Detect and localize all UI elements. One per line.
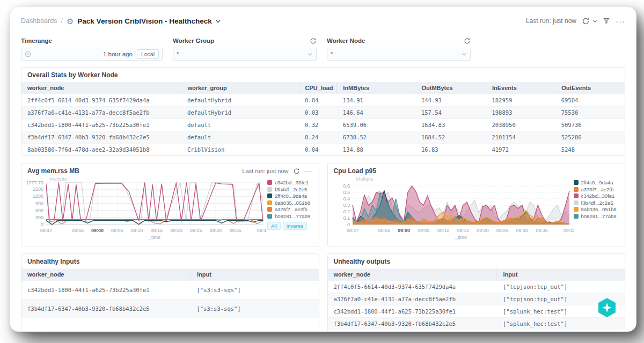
table-row[interactable]: f3b4df17-6347-40b3-9320-fb68b432c2e5defa… (21, 131, 625, 144)
table-row[interactable]: a376f7a0-c41e-4131-a77a-decc8f5ae2fb["tc… (328, 293, 625, 305)
table-cell: 0.24 (299, 131, 337, 144)
unhealthy-inputs-panel: Unhealthy Inputs worker_nodeinputc342bdd… (21, 253, 319, 332)
svg-text:09:30: 09:30 (210, 228, 222, 233)
table-row[interactable]: 2ff4c0f5-6614-40d3-9374-635f7429da4a["tc… (328, 281, 625, 293)
table-cell: a376f7a0-c41e-4131-a77a-decc8f5ae2fb (21, 107, 181, 119)
last-run-status: Last run: just now (526, 17, 576, 25)
table-cell: 69504 (555, 94, 625, 107)
svg-text:09:35: 09:35 (229, 228, 241, 233)
legend-swatch (574, 187, 579, 192)
table-cell: 6738.52 (337, 131, 415, 144)
worker-node-filter: Worker Node * (327, 36, 471, 61)
table-cell: 8ab03580-7f6d-478d-aee2-32a9d34051b8 (21, 144, 181, 156)
legend-all-button[interactable]: All (267, 222, 281, 230)
timerange-filter: Timerange 1 hour ago Local (21, 36, 163, 61)
column-header: input (497, 269, 625, 281)
worker-node-refresh-icon[interactable] (464, 38, 471, 44)
cpu-chart-title: Cpu Load p95 (334, 167, 376, 175)
column-header: InEvents (486, 82, 555, 94)
gear-icon[interactable]: ⚙ (67, 17, 74, 25)
assistant-fab-button[interactable] (596, 297, 618, 318)
legend-label: a376f7...ae2fb (275, 206, 308, 212)
svg-text:09:42: 09:42 (563, 228, 573, 233)
table-cell: 16.83 (415, 144, 486, 156)
legend-swatch (267, 180, 272, 185)
table-row[interactable]: c342bdd1-1800-44f1-a625-73b225a30fe1["sp… (328, 305, 625, 318)
svg-text:_time: _time (148, 235, 160, 240)
svg-text:0.3: 0.3 (343, 203, 350, 208)
table-row[interactable]: a376f7a0-c41e-4131-a77a-decc8f5ae2fbdefa… (21, 107, 625, 119)
filter-icon[interactable] (603, 17, 610, 25)
column-header: worker_node (21, 269, 191, 281)
legend-item[interactable]: a376f7...ae2fb (267, 206, 317, 212)
legend-item[interactable]: f3b4df...2c2e5 (574, 200, 623, 206)
table-cell: ["splunk_hec:test"] (497, 318, 625, 330)
legend-item[interactable]: 2ff4c0...9da4a (267, 193, 317, 199)
legend-swatch (267, 200, 272, 205)
table-row[interactable]: 8ab03580-7f6d-478d-aee2-32a9d34051b8Crib… (21, 144, 625, 156)
chevron-down-icon[interactable] (215, 18, 221, 24)
legend-item[interactable]: 2ff4c0...9da4a (574, 180, 623, 185)
table-row[interactable]: c342bdd1-1800-44f1-a625-73b225a30fe1["s3… (21, 281, 319, 300)
refresh-button[interactable] (582, 17, 590, 25)
svg-text:08:55: 08:55 (71, 228, 84, 233)
unhealthy-outputs-panel: Unhealthy outputs worker_nodeinput2ff4c0… (327, 253, 626, 332)
more-options-button[interactable]: ··· (616, 19, 625, 24)
table-cell: 509736 (555, 119, 625, 131)
breadcrumb[interactable]: Dashboards (21, 17, 57, 25)
mem-more-options-button[interactable]: ··· (304, 169, 313, 173)
svg-text:09:20: 09:20 (477, 228, 489, 233)
legend-item[interactable]: a376f7...ae2fb (574, 187, 623, 192)
cpu-chart[interactable]: 00.10.20.30.40.50.608:4708:5509:0009:050… (329, 175, 574, 241)
legend-swatch (574, 193, 579, 198)
local-timezone-button[interactable]: Local (137, 49, 159, 59)
dashboard-window: Dashboards / ⚙ Pack Version CriblVision … (10, 6, 636, 332)
svg-text:09:25: 09:25 (190, 228, 202, 233)
svg-text:08:47: 08:47 (346, 228, 358, 233)
table-cell: default (181, 131, 299, 144)
legend-item[interactable]: 8ab035...051b8 (574, 206, 623, 212)
worker-node-value: * (331, 51, 333, 57)
legend-inverse-button[interactable]: Inverse (283, 222, 307, 230)
svg-text:1777.70: 1777.70 (26, 180, 43, 185)
column-header: input (191, 269, 318, 281)
svg-text:600: 600 (35, 208, 43, 213)
table-cell: 0.04 (299, 94, 337, 107)
column-header: OutEvents (555, 82, 625, 94)
mem-chart[interactable]: 0300600900120015001777.7008:4708:5509:00… (23, 175, 267, 241)
worker-group-refresh-icon[interactable] (310, 38, 317, 44)
worker-group-select[interactable]: * (173, 48, 317, 61)
timerange-value: 1 hour ago (103, 51, 133, 57)
worker-node-select[interactable]: * (327, 48, 471, 61)
timerange-input[interactable]: 1 hour ago Local (21, 48, 163, 61)
mem-refresh-icon[interactable] (293, 168, 300, 175)
refresh-interval-chevron-icon[interactable] (592, 19, 597, 24)
column-header: CPU_load (299, 82, 337, 94)
svg-text:09:10: 09:10 (437, 228, 449, 233)
svg-text:09:05: 09:05 (111, 228, 123, 233)
legend-label: f3b4df...2c2e5 (581, 200, 613, 206)
legend-item[interactable]: b08281...77ab9 (267, 213, 317, 219)
table-cell: 182959 (486, 94, 555, 107)
svg-text:1200: 1200 (33, 193, 43, 199)
filters-row: Timerange 1 hour ago Local Worker Group … (10, 32, 636, 63)
table-row[interactable]: f3b4df17-6347-40b3-9320-fb68b432c2e5["s3… (21, 300, 319, 318)
legend-item[interactable]: f3b4df...2c2e5 (267, 187, 317, 192)
overall-stats-table: worker_nodeworker_groupCPU_loadInMBytesO… (21, 82, 625, 155)
table-row[interactable]: f3b4df17-6347-40b3-9320-fb68b432c2e5["sp… (328, 318, 625, 330)
table-cell: 2ff4c0f5-6614-40d3-9374-635f7429da4a (328, 281, 497, 293)
legend-swatch (574, 214, 579, 219)
legend-item[interactable]: 8ab035...051b8 (267, 200, 317, 206)
table-cell: 146.64 (337, 107, 415, 119)
svg-text:08:47: 08:47 (40, 228, 53, 233)
legend-item[interactable]: c342bd...30fe1 (574, 193, 623, 199)
legend-item[interactable]: c342bd...30fe1 (267, 180, 317, 185)
legend-item[interactable]: b08281...77ab9 (574, 213, 623, 219)
table-cell: 134.91 (337, 94, 415, 107)
table-row[interactable]: 2ff4c0f5-6614-40d3-9374-635f7429da4adefa… (21, 94, 625, 107)
table-row[interactable]: c342bdd1-1800-44f1-a625-73b225a30fe1defa… (21, 119, 625, 131)
svg-text:09:30: 09:30 (516, 228, 528, 233)
legend-label: c342bd...30fe1 (581, 193, 615, 199)
svg-text:_time: _time (454, 235, 466, 240)
svg-text:09:05: 09:05 (417, 228, 429, 233)
